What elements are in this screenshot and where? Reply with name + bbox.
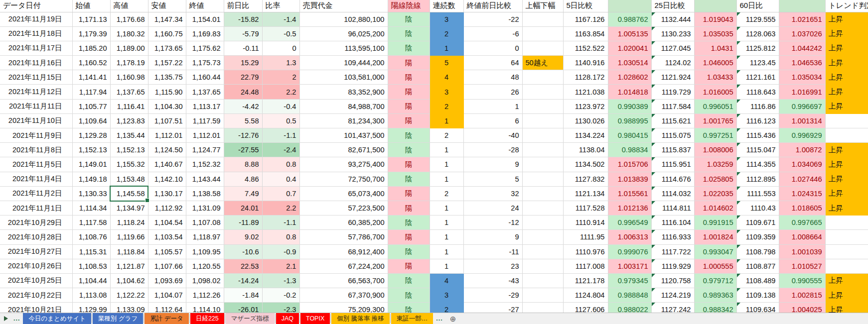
cell-candle[interactable]: 陽 xyxy=(388,186,430,201)
cell-change[interactable]: 9.02 xyxy=(224,230,262,244)
cell-low[interactable]: 1,124.50 xyxy=(148,143,186,157)
cell-low[interactable]: 1,104.54 xyxy=(148,216,186,230)
cell-width_note[interactable] xyxy=(522,12,563,26)
cell-d5r[interactable]: 0.979345 xyxy=(608,273,651,288)
cell-volume[interactable]: 93,275,400 xyxy=(299,157,388,172)
cell-date[interactable]: 2021年10月22日 xyxy=(0,288,72,303)
column-header-width_note[interactable]: 上幅下幅 xyxy=(522,0,563,12)
column-header-volume[interactable]: 売買代金 xyxy=(299,0,388,12)
cell-d60[interactable]: 1109.671 xyxy=(736,216,779,230)
cell-high[interactable]: 1,135.44 xyxy=(110,128,148,143)
cell-low[interactable]: 1,104.30 xyxy=(148,99,186,113)
cell-streak[interactable]: 4 xyxy=(430,273,463,288)
cell-high[interactable]: 1,118.84 xyxy=(110,244,148,259)
cell-close[interactable]: 1,112.26 xyxy=(186,288,224,303)
cell-d5r[interactable]: 0.980415 xyxy=(608,128,651,143)
cell-d60r[interactable]: 0.990555 xyxy=(779,273,825,288)
cell-ratio[interactable]: 0.5 xyxy=(262,113,299,128)
cell-d25r[interactable]: 1.008006 xyxy=(694,143,736,157)
cell-low[interactable]: 1,104.07 xyxy=(148,288,186,303)
cell-width_note[interactable] xyxy=(522,157,563,172)
cell-d5r[interactable]: 0.999076 xyxy=(608,244,651,259)
cell-date[interactable]: 2021年11月18日 xyxy=(0,26,72,41)
sheet-tab-9[interactable]: 東証一部… xyxy=(391,313,434,324)
cell-d5r[interactable]: 0.996549 xyxy=(608,216,651,230)
cell-d25r[interactable]: 0.979712 xyxy=(694,273,736,288)
cell-change[interactable]: -27.55 xyxy=(224,143,262,157)
cell-streak[interactable]: 2 xyxy=(430,26,463,41)
cell-candle[interactable]: 陰 xyxy=(388,26,430,41)
cell-width_note[interactable] xyxy=(522,70,563,85)
cell-volume[interactable]: 65,073,400 xyxy=(299,186,388,201)
cell-d5[interactable]: 1138.04 xyxy=(563,143,608,157)
cell-close_diff[interactable]: 32 xyxy=(463,186,522,201)
column-header-d60r[interactable] xyxy=(779,0,825,12)
cell-width_note[interactable] xyxy=(522,172,563,186)
cell-change[interactable]: 5.58 xyxy=(224,113,262,128)
cell-width_note[interactable] xyxy=(522,128,563,143)
cell-d60[interactable]: 1108.489 xyxy=(736,273,779,288)
cell-close[interactable]: 1,143.44 xyxy=(186,172,224,186)
cell-d25[interactable]: 1121.924 xyxy=(651,70,694,85)
cell-width_note[interactable] xyxy=(522,259,563,273)
cell-d60[interactable]: 1116.86 xyxy=(736,99,779,113)
cell-date[interactable]: 2021年11月1日 xyxy=(0,201,72,215)
cell-close[interactable]: 1,112.01 xyxy=(186,128,224,143)
cell-close_diff[interactable]: 26 xyxy=(463,85,522,99)
cell-open[interactable]: 1,149.01 xyxy=(72,157,110,172)
cell-low[interactable]: 1,105.57 xyxy=(148,244,186,259)
cell-streak[interactable]: 1 xyxy=(430,172,463,186)
cell-d60r[interactable]: 1.044242 xyxy=(779,41,825,55)
cell-change[interactable]: -5.79 xyxy=(224,26,262,41)
cell-volume[interactable]: 101,437,500 xyxy=(299,128,388,143)
cell-d5[interactable]: 1117.008 xyxy=(563,259,608,273)
cell-volume[interactable]: 84,988,700 xyxy=(299,99,388,113)
cell-d25[interactable]: 1115.837 xyxy=(651,143,694,157)
column-header-d60[interactable]: 60日比 xyxy=(736,0,779,12)
cell-d25r[interactable]: 1.001824 xyxy=(694,230,736,244)
cell-close[interactable]: 1,120.55 xyxy=(186,259,224,273)
cell-d5[interactable]: 1128.172 xyxy=(563,70,608,85)
cell-d25r[interactable]: 1.001765 xyxy=(694,113,736,128)
cell-ratio[interactable]: -0.2 xyxy=(262,288,299,303)
cell-change[interactable]: -12.76 xyxy=(224,128,262,143)
cell-close[interactable]: 1,117.59 xyxy=(186,113,224,128)
cell-date[interactable]: 2021年10月29日 xyxy=(0,216,72,230)
cell-date[interactable]: 2021年11月9日 xyxy=(0,128,72,143)
cell-streak[interactable]: 4 xyxy=(430,70,463,85)
cell-d60r[interactable]: 1.046536 xyxy=(779,56,825,70)
cell-open[interactable]: 1,105.77 xyxy=(72,99,110,113)
cell-width_note[interactable] xyxy=(522,216,563,230)
cell-trend[interactable] xyxy=(825,128,868,143)
cell-width_note[interactable] xyxy=(522,186,563,201)
cell-date[interactable]: 2021年11月2日 xyxy=(0,186,72,201)
cell-streak[interactable]: 2 xyxy=(430,99,463,113)
cell-d25r[interactable]: 1.03433 xyxy=(694,70,736,85)
more-tabs-right[interactable]: ... xyxy=(436,315,442,322)
cell-trend[interactable]: 上昇 xyxy=(825,41,868,55)
cell-d25r[interactable]: 1.022035 xyxy=(694,186,736,201)
cell-volume[interactable]: 57,223,500 xyxy=(299,201,388,215)
cell-d60[interactable]: 1112.895 xyxy=(736,172,779,186)
cell-ratio[interactable]: -1.4 xyxy=(262,12,299,26)
cell-d60r[interactable]: 1.034069 xyxy=(779,157,825,172)
cell-d25[interactable]: 1130.233 xyxy=(651,26,694,41)
cell-d5r[interactable]: 0.98834 xyxy=(608,143,651,157)
cell-d60[interactable]: 1108.798 xyxy=(736,244,779,259)
cell-d5[interactable]: 1152.522 xyxy=(563,41,608,55)
cell-open[interactable]: 1,109.64 xyxy=(72,113,110,128)
column-header-candle[interactable]: 陽線陰線 xyxy=(388,0,430,12)
cell-close_diff[interactable]: -12 xyxy=(463,216,522,230)
cell-close_diff[interactable]: -28 xyxy=(463,143,522,157)
cell-d25r[interactable]: 1.016005 xyxy=(694,85,736,99)
cell-streak[interactable]: 1 xyxy=(430,201,463,215)
cell-d5[interactable]: 1111.95 xyxy=(563,230,608,244)
cell-d25[interactable]: 1117.722 xyxy=(651,244,694,259)
cell-ratio[interactable]: 1.3 xyxy=(262,56,299,70)
cell-open[interactable]: 1,129.28 xyxy=(72,128,110,143)
cell-candle[interactable]: 陰 xyxy=(388,172,430,186)
cell-open[interactable]: 1,185.20 xyxy=(72,41,110,55)
cell-ratio[interactable]: 2.1 xyxy=(262,259,299,273)
cell-change[interactable]: -15.82 xyxy=(224,12,262,26)
cell-close_diff[interactable]: 24 xyxy=(463,201,522,215)
